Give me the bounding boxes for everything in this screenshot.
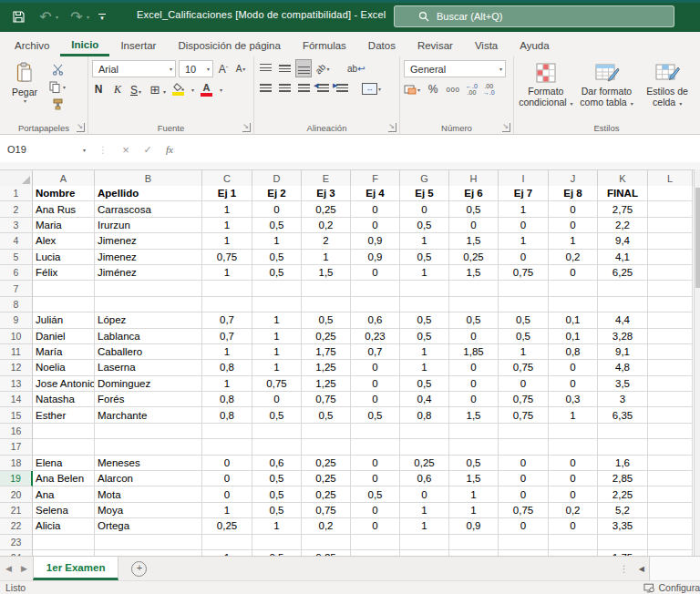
cell-J20[interactable]: 0 (549, 486, 598, 502)
cell-L17[interactable] (648, 439, 693, 455)
cell-I3[interactable]: 0 (499, 218, 549, 233)
cell-I14[interactable]: 0,75 (499, 392, 549, 407)
cell-A7[interactable] (33, 281, 95, 296)
cell-B4[interactable]: Jimenez (95, 233, 202, 249)
row-header-9[interactable]: 9 (0, 312, 33, 328)
cell-K3[interactable]: 2,2 (598, 218, 648, 233)
row-header-18[interactable]: 18 (0, 456, 33, 471)
cell-C9[interactable]: 0,7 (202, 312, 252, 328)
ribbon-tab-disposici-n-de-p-gina[interactable]: Disposición de página (167, 35, 292, 56)
cell-B15[interactable]: Marchante (95, 407, 202, 423)
cell-B20[interactable]: Mota (95, 486, 202, 502)
row-header-3[interactable]: 3 (0, 218, 33, 233)
cell-G8[interactable] (400, 297, 449, 312)
percent-style-icon[interactable]: % (426, 81, 440, 97)
row-header-15[interactable]: 15 (0, 407, 33, 423)
cell-C23[interactable] (202, 535, 252, 550)
status-settings-label[interactable]: Configura (658, 582, 700, 593)
cancel-entry-icon[interactable]: × (115, 143, 137, 157)
cell-K10[interactable]: 3,28 (598, 329, 648, 344)
cell-L16[interactable] (648, 424, 693, 439)
sheet-nav-left-icon[interactable]: ◀ (5, 564, 12, 573)
cell-D19[interactable]: 0,5 (252, 471, 302, 486)
row-header-11[interactable]: 11 (0, 344, 33, 360)
cell-I11[interactable]: 1 (499, 344, 549, 360)
cell-F17[interactable] (351, 439, 400, 455)
cell-C15[interactable]: 0,8 (202, 407, 252, 423)
cell-F15[interactable]: 0,5 (351, 407, 400, 423)
cell-J7[interactable] (549, 281, 598, 296)
cell-J22[interactable]: 0 (549, 518, 598, 534)
cell-B21[interactable]: Moya (95, 503, 202, 518)
conditional-formatting-button[interactable]: Formato condicional ▾ (518, 60, 574, 109)
column-header-B[interactable]: B (95, 170, 202, 187)
cell-A6[interactable]: Félix (33, 265, 95, 281)
new-sheet-button[interactable]: + (131, 557, 147, 580)
cell-H17[interactable] (449, 439, 499, 455)
cell-H6[interactable]: 1,5 (449, 265, 499, 281)
cell-K18[interactable]: 1,6 (598, 456, 648, 471)
cell-K11[interactable]: 9,1 (598, 344, 648, 360)
row-header-16[interactable]: 16 (0, 424, 33, 439)
cell-G4[interactable]: 1 (400, 233, 449, 249)
number-format-select[interactable]: General▾ (404, 60, 506, 77)
cell-D9[interactable]: 1 (252, 312, 302, 328)
ribbon-tab-ayuda[interactable]: Ayuda (509, 35, 560, 56)
cell-L4[interactable] (648, 233, 693, 249)
cut-icon[interactable] (49, 63, 66, 77)
cell-B16[interactable] (95, 424, 202, 439)
cell-J21[interactable]: 0,2 (549, 503, 598, 518)
cell-G7[interactable] (400, 281, 449, 296)
cell-E21[interactable]: 0,75 (302, 503, 351, 518)
cell-L22[interactable] (648, 518, 693, 534)
cell-H16[interactable] (449, 424, 499, 439)
cell-C11[interactable]: 1 (202, 344, 252, 360)
cell-H21[interactable]: 1 (449, 503, 499, 518)
cell-D5[interactable]: 0,5 (252, 250, 302, 265)
undo-icon[interactable]: ↶ (36, 7, 55, 26)
cell-I6[interactable]: 0,75 (499, 265, 549, 281)
cell-E4[interactable]: 2 (302, 233, 351, 249)
cell-A13[interactable]: Jose Antonio (33, 376, 95, 392)
customize-qat-icon[interactable]: ▾ (98, 14, 106, 20)
cell-B13[interactable]: Dominguez (95, 376, 202, 392)
cell-K19[interactable]: 2,85 (598, 471, 648, 486)
formula-input[interactable] (180, 139, 700, 159)
cell-L8[interactable] (648, 297, 693, 312)
display-settings-icon[interactable] (643, 583, 654, 593)
cell-J8[interactable] (549, 297, 598, 312)
column-header-F[interactable]: F (351, 170, 400, 187)
cell-I7[interactable] (499, 281, 549, 296)
cell-I1[interactable]: Ej 7 (499, 186, 549, 201)
vertical-scrollbar-thumb[interactable] (695, 188, 700, 288)
cell-K1[interactable]: FINAL (598, 186, 648, 201)
cell-E13[interactable]: 1,25 (302, 376, 351, 392)
cell-I23[interactable] (499, 535, 549, 550)
cell-A21[interactable]: Selena (33, 503, 95, 518)
cell-J19[interactable]: 0 (549, 471, 598, 486)
row-header-5[interactable]: 5 (0, 250, 33, 265)
cell-I4[interactable]: 1 (499, 233, 549, 249)
cell-G10[interactable]: 0,5 (400, 329, 449, 344)
cell-H13[interactable]: 0 (449, 376, 499, 392)
cell-K14[interactable]: 3 (598, 392, 648, 407)
cell-D10[interactable]: 1 (252, 329, 302, 344)
cell-F10[interactable]: 0,23 (351, 329, 400, 344)
cell-H11[interactable]: 1,85 (449, 344, 499, 360)
vertical-scrollbar[interactable] (694, 169, 700, 556)
cell-B17[interactable] (95, 439, 202, 455)
cell-F4[interactable]: 0,9 (351, 233, 400, 249)
grow-font-button[interactable]: Aˆ (216, 61, 231, 77)
column-header-H[interactable]: H (449, 170, 499, 187)
cell-H8[interactable] (449, 297, 499, 312)
cell-H3[interactable]: 0 (449, 218, 499, 233)
cell-I12[interactable]: 0,75 (499, 360, 549, 375)
cell-J12[interactable]: 0 (549, 360, 598, 375)
cell-G1[interactable]: Ej 5 (400, 186, 449, 201)
row-header-14[interactable]: 14 (0, 392, 33, 407)
font-name-select[interactable]: Arial▾ (92, 60, 176, 77)
cell-D23[interactable] (252, 535, 302, 550)
cell-K6[interactable]: 6,25 (598, 265, 648, 281)
cell-A9[interactable]: Julián (33, 312, 95, 328)
cell-L9[interactable] (648, 312, 693, 328)
